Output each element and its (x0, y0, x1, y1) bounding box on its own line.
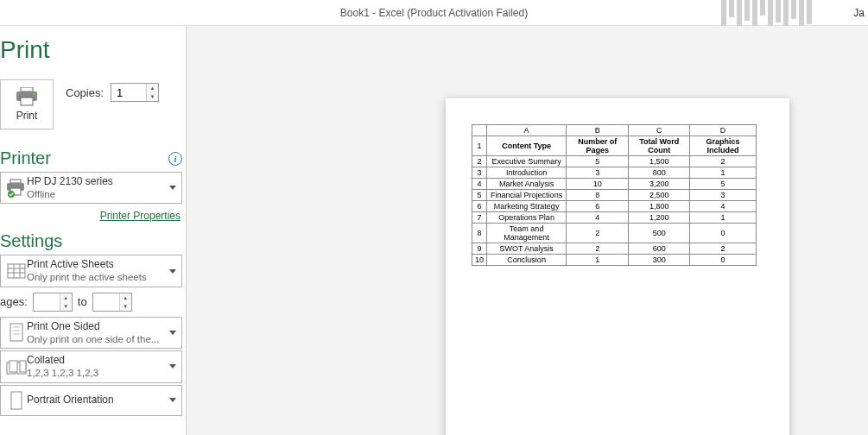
printer-properties-link[interactable]: Printer Properties (100, 210, 181, 222)
printer-status-icon (6, 179, 27, 198)
copies-label: Copies: (66, 86, 104, 99)
chevron-down-icon (169, 364, 176, 369)
settings-heading: Settings (0, 231, 62, 251)
printer-name: HP DJ 2130 series (27, 175, 166, 188)
pages-range: ages: ▲▼ to ▲▼ (0, 293, 182, 312)
from-down[interactable]: ▼ (60, 302, 72, 311)
copies-down[interactable]: ▼ (147, 92, 158, 101)
orientation-title: Portrait Orientation (27, 394, 166, 407)
svg-rect-21 (11, 392, 22, 409)
orientation-select[interactable]: Portrait Orientation (0, 385, 182, 416)
page-icon (6, 323, 27, 342)
svg-point-3 (33, 93, 35, 96)
svg-rect-20 (20, 361, 26, 372)
sheets-icon (6, 262, 27, 281)
svg-rect-13 (10, 324, 22, 341)
from-up[interactable]: ▲ (60, 293, 72, 302)
svg-point-7 (8, 191, 15, 198)
printer-heading: Printer (0, 148, 51, 168)
collate-icon (6, 358, 27, 375)
copies-spinner[interactable]: ▲ ▼ (111, 83, 159, 102)
svg-rect-8 (8, 264, 25, 278)
pages-from-input[interactable] (34, 293, 60, 311)
print-what-sub: Only print the active sheets (27, 271, 166, 283)
print-what-title: Print Active Sheets (27, 258, 166, 271)
collate-title: Collated (27, 354, 166, 367)
sides-select[interactable]: Print One Sided Only print on one side o… (0, 317, 182, 349)
print-button-label: Print (16, 110, 38, 122)
print-what-select[interactable]: Print Active Sheets Only print the activ… (0, 255, 182, 287)
chevron-down-icon (169, 398, 176, 402)
print-preview: ABCD1Content TypeNumber of PagesTotal Wo… (186, 26, 868, 435)
pages-from-spinner[interactable]: ▲▼ (33, 293, 73, 312)
printer-status: Offline (27, 188, 166, 200)
pages-to-label: to (78, 295, 87, 308)
preview-page: ABCD1Content TypeNumber of PagesTotal Wo… (446, 98, 789, 435)
print-options-panel: Print Print Copies: ▲ (0, 26, 186, 435)
window-title: Book1 - Excel (Product Activation Failed… (340, 7, 528, 19)
chevron-down-icon (169, 269, 176, 274)
pages-to-spinner[interactable]: ▲▼ (92, 293, 132, 312)
title-bar: Book1 - Excel (Product Activation Failed… (0, 0, 868, 26)
copies-input[interactable] (111, 84, 146, 101)
svg-rect-0 (21, 87, 33, 91)
copies-up[interactable]: ▲ (147, 84, 158, 92)
info-icon[interactable]: i (168, 152, 182, 166)
collate-sub: 1,2,3 1,2,3 1,2,3 (27, 367, 166, 379)
pages-to-input[interactable] (93, 293, 119, 311)
preview-table: ABCD1Content TypeNumber of PagesTotal Wo… (472, 124, 757, 266)
sides-title: Print One Sided (27, 320, 166, 333)
chevron-down-icon (169, 186, 176, 190)
printer-icon (15, 87, 39, 106)
pages-label: ages: (0, 295, 28, 308)
printer-select[interactable]: HP DJ 2130 series Offline (0, 172, 182, 204)
page-title: Print (0, 36, 182, 64)
svg-rect-4 (10, 180, 21, 183)
svg-rect-2 (21, 98, 33, 105)
to-up[interactable]: ▲ (120, 293, 131, 302)
chevron-down-icon (169, 331, 176, 335)
portrait-icon (6, 391, 27, 410)
user-name[interactable]: Ja (853, 0, 865, 26)
to-down[interactable]: ▼ (120, 302, 131, 311)
print-button[interactable]: Print (0, 79, 54, 129)
collate-select[interactable]: Collated 1,2,3 1,2,3 1,2,3 (0, 350, 182, 382)
sides-sub: Only print on one side of the... (27, 333, 166, 345)
